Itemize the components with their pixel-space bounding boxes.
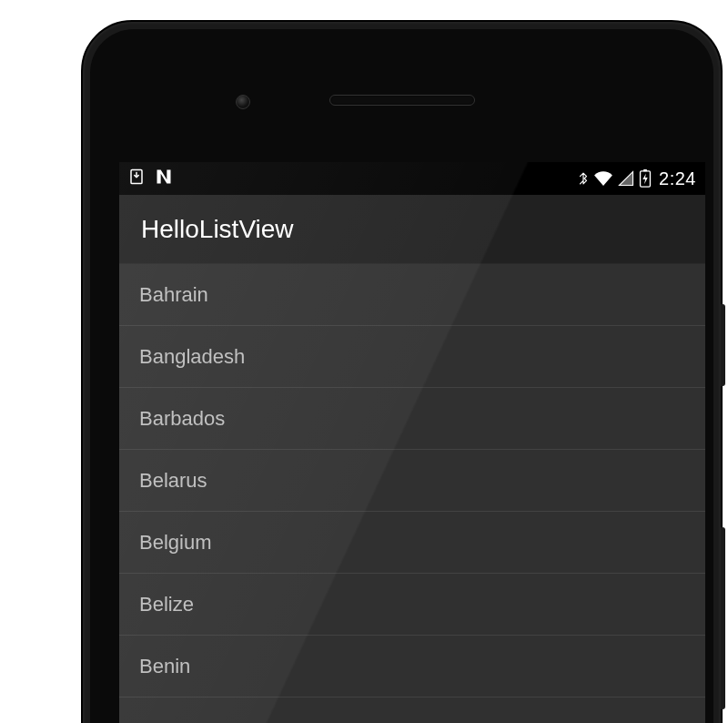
clock: 2:24 — [659, 168, 696, 189]
list-item[interactable]: Belgium — [119, 512, 705, 574]
signal-icon — [617, 170, 635, 187]
list-item[interactable]: Belize — [119, 574, 705, 636]
bluetooth-icon — [577, 169, 590, 188]
list-item[interactable]: Bahrain — [119, 264, 705, 326]
android-n-icon — [154, 168, 174, 190]
download-icon — [128, 168, 145, 189]
earpiece — [329, 95, 475, 106]
list-item[interactable]: Benin — [119, 636, 705, 698]
power-button — [721, 304, 725, 386]
list-item-label: Belarus — [139, 469, 207, 493]
volume-button — [721, 527, 725, 709]
phone-bezel: 2:24 HelloListView Bahrain Bangladesh Ba… — [90, 29, 713, 723]
list-item[interactable]: Bangladesh — [119, 326, 705, 388]
list-item-label: Belgium — [139, 531, 211, 555]
front-camera — [236, 95, 250, 109]
svg-rect-2 — [643, 169, 647, 171]
list-item-label: Belize — [139, 593, 194, 616]
list-item[interactable] — [119, 698, 705, 723]
country-list[interactable]: Bahrain Bangladesh Barbados Belarus Belg… — [119, 264, 705, 723]
phone-frame: 2:24 HelloListView Bahrain Bangladesh Ba… — [81, 20, 723, 723]
app-title: HelloListView — [141, 215, 294, 244]
list-item[interactable]: Belarus — [119, 450, 705, 512]
status-bar: 2:24 — [119, 162, 705, 195]
battery-charging-icon — [639, 169, 652, 188]
status-right: 2:24 — [577, 168, 696, 189]
screen: 2:24 HelloListView Bahrain Bangladesh Ba… — [119, 162, 705, 723]
list-item-label: Bahrain — [139, 283, 208, 307]
list-item[interactable]: Barbados — [119, 388, 705, 450]
wifi-icon — [593, 170, 613, 187]
app-bar: HelloListView — [119, 195, 705, 264]
status-left — [128, 168, 174, 190]
list-item-label: Bangladesh — [139, 345, 245, 369]
list-item-label: Benin — [139, 655, 190, 678]
list-item-label: Barbados — [139, 407, 225, 431]
